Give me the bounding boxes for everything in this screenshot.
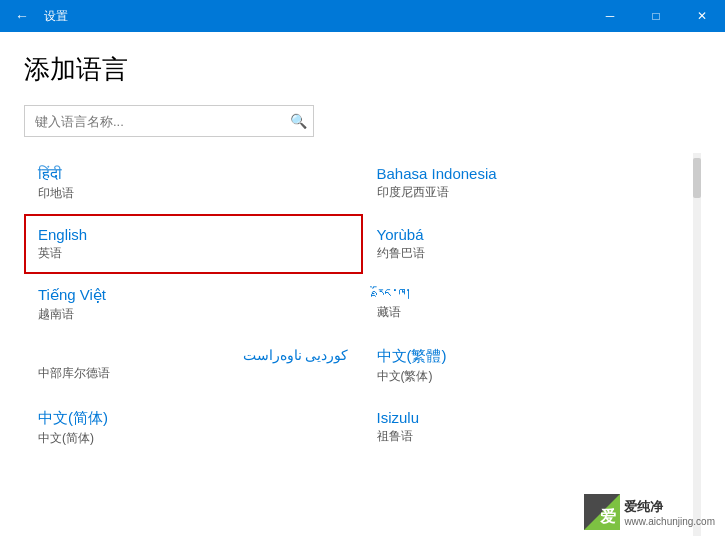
lang-item-english[interactable]: English 英语: [24, 214, 363, 274]
lang-name-tibetan: རྫོང་ཁ།: [377, 286, 688, 302]
lang-sub-english: 英语: [38, 245, 349, 262]
watermark-logo: [584, 494, 620, 530]
lang-item-isizulu[interactable]: Isizulu 祖鲁语: [363, 397, 702, 459]
search-icon[interactable]: 🔍: [286, 109, 310, 133]
window: ← 设置 ─ □ ✕ 添加语言 🔍 हिंदी 印地语 Bahasa: [0, 0, 725, 536]
scrollbar[interactable]: [693, 153, 701, 536]
lang-sub-isizulu: 祖鲁语: [377, 428, 688, 445]
watermark-url: www.aichunjing.com: [624, 516, 715, 527]
watermark-text: 爱纯净 www.aichunjing.com: [624, 498, 715, 527]
scrollbar-thumb[interactable]: [693, 158, 701, 198]
lang-name-kurdish: كوردیی ناوەراست: [38, 347, 349, 363]
lang-item-tibetan[interactable]: རྫོང་ཁ། 藏语: [363, 274, 702, 335]
lang-sub-hindi: 印地语: [38, 185, 349, 202]
lang-sub-chinese-trad: 中文(繁体): [377, 368, 688, 385]
restore-button[interactable]: □: [633, 0, 679, 32]
lang-name-english: English: [38, 226, 349, 243]
lang-name-vietnamese: Tiếng Việt: [38, 286, 349, 304]
titlebar-title: 设置: [44, 8, 68, 25]
lang-item-kurdish[interactable]: كوردیی ناوەراست 中部库尔德语: [24, 335, 363, 397]
lang-item-bahasa[interactable]: Bahasa Indonesia 印度尼西亚语: [363, 153, 702, 214]
titlebar-left: ← 设置: [8, 2, 68, 30]
lang-sub-tibetan: 藏语: [377, 304, 688, 321]
lang-name-yoruba: Yorùbá: [377, 226, 688, 243]
search-bar: 🔍: [24, 105, 314, 137]
close-button[interactable]: ✕: [679, 0, 725, 32]
lang-sub-yoruba: 约鲁巴语: [377, 245, 688, 262]
lang-item-chinese-trad[interactable]: 中文(繁體) 中文(繁体): [363, 335, 702, 397]
lang-sub-kurdish: 中部库尔德语: [38, 365, 349, 382]
titlebar: ← 设置 ─ □ ✕: [0, 0, 725, 32]
watermark: 爱纯净 www.aichunjing.com: [584, 494, 715, 530]
lang-item-hindi[interactable]: हिंदी 印地语: [24, 153, 363, 214]
minimize-button[interactable]: ─: [587, 0, 633, 32]
lang-name-bahasa: Bahasa Indonesia: [377, 165, 688, 182]
language-list: हिंदी 印地语 Bahasa Indonesia 印度尼西亚语 Englis…: [24, 153, 701, 536]
search-input[interactable]: [24, 105, 314, 137]
lang-item-yoruba[interactable]: Yorùbá 约鲁巴语: [363, 214, 702, 274]
lang-sub-bahasa: 印度尼西亚语: [377, 184, 688, 201]
back-button[interactable]: ←: [8, 2, 36, 30]
lang-name-chinese-trad: 中文(繁體): [377, 347, 688, 366]
lang-sub-vietnamese: 越南语: [38, 306, 349, 323]
page-title: 添加语言: [24, 52, 701, 87]
lang-item-vietnamese[interactable]: Tiếng Việt 越南语: [24, 274, 363, 335]
language-grid: हिंदी 印地语 Bahasa Indonesia 印度尼西亚语 Englis…: [24, 153, 701, 459]
lang-name-hindi: हिंदी: [38, 165, 349, 183]
lang-name-chinese-simp: 中文(简体): [38, 409, 349, 428]
titlebar-controls: ─ □ ✕: [587, 0, 725, 32]
lang-sub-chinese-simp: 中文(简体): [38, 430, 349, 447]
lang-name-isizulu: Isizulu: [377, 409, 688, 426]
lang-item-chinese-simp[interactable]: 中文(简体) 中文(简体): [24, 397, 363, 459]
watermark-cn-text: 爱纯净: [624, 498, 715, 516]
content-area: 添加语言 🔍 हिंदी 印地语 Bahasa Indonesia 印度尼西亚语: [0, 32, 725, 536]
